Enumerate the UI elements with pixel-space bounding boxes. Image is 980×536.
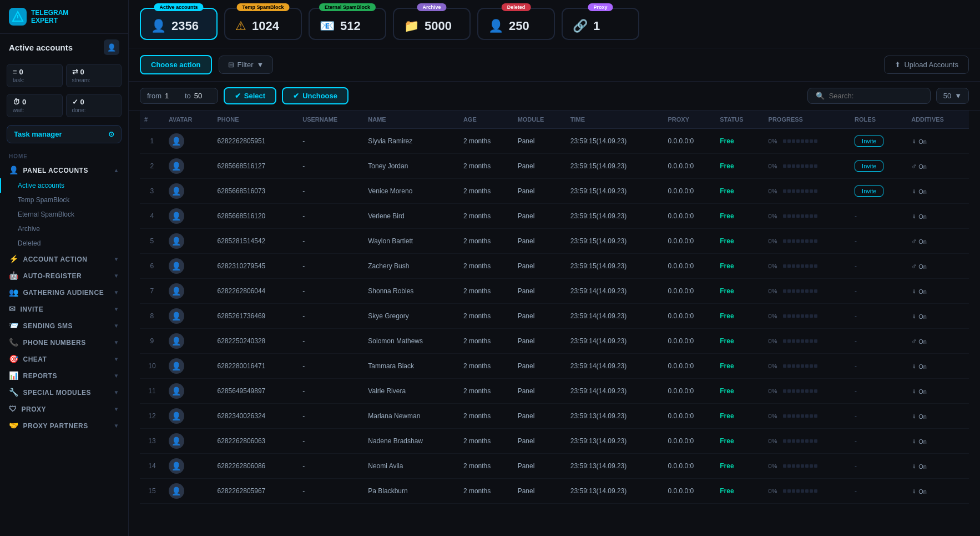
cell-module: Panel (513, 304, 566, 329)
cell-additives: ♂ On (907, 229, 969, 254)
proxy-badge: Proxy (588, 3, 613, 11)
cell-additives: ♂ On (907, 329, 969, 354)
avatar: 👤 (169, 233, 184, 249)
to-input[interactable] (194, 92, 211, 100)
gender-icon: ♀ (911, 212, 917, 221)
nav-sending-sms[interactable]: 📨SENDING SMS ▼ (0, 317, 128, 334)
user-icon-btn[interactable]: 👤 (104, 39, 119, 55)
nav-gathering-audience[interactable]: 👥GATHERING AUDIENCE ▼ (0, 284, 128, 300)
cell-avatar: 👤 (164, 354, 213, 379)
logo-text: TELEGRAM EXPERT (31, 9, 68, 25)
invite-button[interactable]: Invite (855, 186, 883, 197)
gender-icon: ♀ (911, 312, 917, 320)
task-manager-button[interactable]: Task manager ⊙ (7, 125, 122, 143)
cell-role: - (850, 329, 907, 354)
select-button[interactable]: ✔ Select (224, 87, 276, 104)
table-row[interactable]: 10 👤 6282280016471 - Tammara Black 2 mon… (140, 354, 969, 379)
status-badge: Free (720, 437, 734, 445)
unchoose-button[interactable]: ✔ Unchoose (282, 87, 348, 104)
cell-additives: ♀ On (907, 479, 969, 504)
nav-panel-accounts[interactable]: 👤PANEL ACCOUNTS ▲ (0, 162, 128, 178)
table-row[interactable]: 12 👤 6282340026324 - Marlana Newman 2 mo… (140, 404, 969, 429)
stat-card-active[interactable]: Active accounts 👤 2356 (140, 8, 218, 40)
status-badge: Free (720, 237, 734, 245)
invite-button[interactable]: Invite (855, 136, 883, 147)
table-row[interactable]: 9 👤 6282250240328 - Solomon Mathews 2 mo… (140, 329, 969, 354)
invite-button[interactable]: Invite (855, 161, 883, 172)
table-row[interactable]: 3 👤 6285668516073 - Venice Moreno 2 mont… (140, 179, 969, 204)
cell-name: Shonna Robles (363, 279, 459, 304)
chevron-down-icon: ▼ (114, 256, 119, 262)
chevron-down-icon-7: ▼ (114, 356, 119, 362)
stats-row-1: ≡ 0 task: ⇄ 0 stream: (0, 61, 128, 91)
role-dash: - (855, 337, 857, 345)
table-row[interactable]: 14 👤 6282262806086 - Neomi Avila 2 month… (140, 454, 969, 479)
cell-module: Panel (513, 204, 566, 229)
cell-progress: 0% (764, 129, 851, 154)
cell-username: - (298, 429, 363, 454)
stat-card-deleted[interactable]: Deleted 👤 250 (477, 8, 555, 40)
to-label: to (185, 92, 191, 100)
table-row[interactable]: 13 👤 6282262806063 - Nadene Bradshaw 2 m… (140, 429, 969, 454)
search-input[interactable] (829, 92, 922, 100)
status-badge: Free (720, 312, 734, 320)
cell-module: Panel (513, 129, 566, 154)
table-row[interactable]: 15 👤 6282262805967 - Pa Blackburn 2 mont… (140, 479, 969, 504)
cell-age: 2 months (459, 229, 513, 254)
gender-icon: ♀ (911, 437, 917, 445)
cell-additives: ♀ On (907, 429, 969, 454)
cell-avatar: 👤 (164, 179, 213, 204)
progress-percent: 0% (769, 263, 780, 269)
cell-time: 23:59:15(14.09.23) (566, 254, 664, 279)
sub-nav-archive[interactable]: Archive (0, 222, 128, 236)
table-row[interactable]: 2 👤 6285668516127 - Toney Jordan 2 month… (140, 154, 969, 179)
gender-icon: ♂ (911, 262, 917, 270)
nav-auto-register[interactable]: 🤖AUTO-REGISTER ▼ (0, 267, 128, 284)
nav-phone-numbers[interactable]: 📞PHONE NUMBERS ▼ (0, 334, 128, 350)
avatar: 👤 (169, 258, 184, 274)
sub-nav-active-accounts[interactable]: Active accounts (0, 178, 128, 193)
archive-badge: Archive (417, 3, 446, 11)
logo-area: TELEGRAM EXPERT (0, 0, 128, 34)
cell-phone: 6282262806086 (213, 454, 299, 479)
upload-accounts-button[interactable]: ⬆ Upload Accounts (884, 56, 969, 74)
sub-nav-deleted[interactable]: Deleted (0, 236, 128, 251)
cell-module: Panel (513, 154, 566, 179)
progress-dots (783, 264, 817, 268)
cell-num: 2 (140, 154, 164, 179)
from-input[interactable] (165, 92, 181, 100)
table-row[interactable]: 1 👤 6282262805951 - Slyvia Ramirez 2 mon… (140, 129, 969, 154)
table-row[interactable]: 5 👤 6285281514542 - Waylon Bartlett 2 mo… (140, 229, 969, 254)
nav-invite[interactable]: ✉INVITE ▼ (0, 300, 128, 317)
cell-num: 8 (140, 304, 164, 329)
filter-button[interactable]: ⊟ Filter ▼ (219, 56, 274, 74)
per-page-value: 50 (943, 92, 951, 100)
sub-nav-eternal-spamblock[interactable]: Eternal SpamBlock (0, 207, 128, 222)
stat-card-temp[interactable]: Temp SpamBlock ⚠ 1024 (224, 8, 302, 40)
stat-card-archive[interactable]: Archive 📁 5000 (393, 8, 471, 40)
nav-cheat[interactable]: 🎯CHEAT ▼ (0, 350, 128, 367)
stat-card-eternal[interactable]: Eternal SpamBlock 📧 512 (309, 8, 386, 40)
cell-role: Invite (850, 129, 907, 154)
nav-special-modules[interactable]: 🔧SPECIAL MODULES ▼ (0, 384, 128, 400)
nav-reports[interactable]: 📊REPORTS ▼ (0, 367, 128, 384)
additive-on-label: On (918, 263, 927, 270)
table-row[interactable]: 6 👤 6282310279545 - Zachery Bush 2 month… (140, 254, 969, 279)
sub-nav-temp-spamblock[interactable]: Temp SpamBlock (0, 193, 128, 207)
table-row[interactable]: 8 👤 6285261736469 - Skye Gregory 2 month… (140, 304, 969, 329)
stat-card-proxy[interactable]: Proxy 🔗 1 (562, 8, 639, 40)
table-row[interactable]: 11 👤 6285649549897 - Valrie Rivera 2 mon… (140, 379, 969, 404)
eternal-spamblock-badge: Eternal SpamBlock (319, 3, 376, 11)
nav-proxy-partners[interactable]: 🤝PROXY PARTNERS ▼ (0, 417, 128, 434)
per-page-selector[interactable]: 50 ▼ (936, 88, 969, 104)
nav-proxy[interactable]: 🛡PROXY ▼ (0, 400, 128, 417)
choose-action-button[interactable]: Choose action (140, 55, 212, 74)
table-row[interactable]: 4 👤 6285668516120 - Verlene Bird 2 month… (140, 204, 969, 229)
cell-avatar: 👤 (164, 204, 213, 229)
filter-label: Filter (238, 61, 254, 69)
role-dash: - (855, 362, 857, 370)
table-row[interactable]: 7 👤 6282262806044 - Shonna Robles 2 mont… (140, 279, 969, 304)
nav-account-action[interactable]: ⚡ACCOUNT ACTION ▼ (0, 251, 128, 267)
cell-phone: 6282310279545 (213, 254, 299, 279)
chevron-down-icon-9: ▼ (114, 389, 119, 395)
